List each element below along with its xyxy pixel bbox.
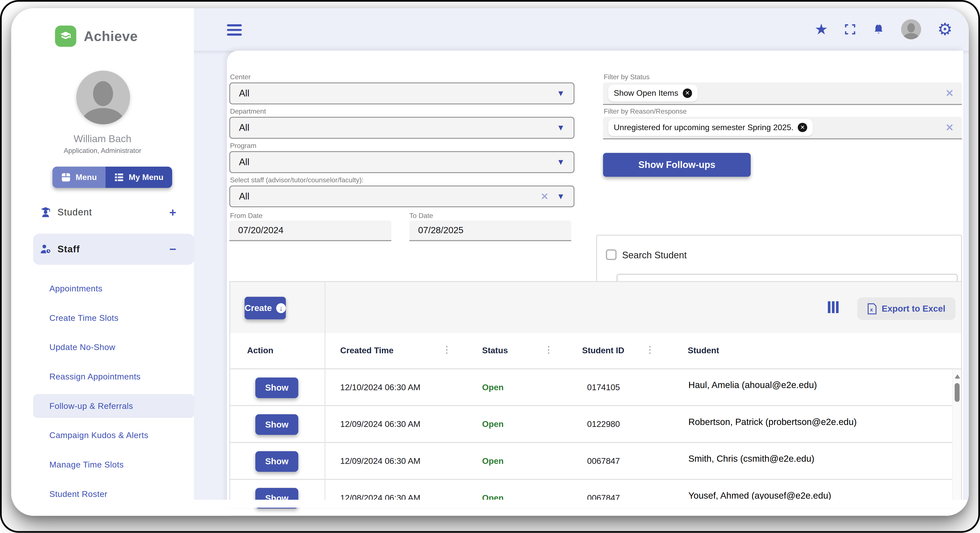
my-menu-button[interactable]: My Menu [105,167,172,188]
user-avatar[interactable] [901,19,921,39]
program-value: All [239,157,249,167]
my-menu-button-label: My Menu [129,173,164,182]
brand-logo: Achieve [55,25,138,47]
column-header-student-id[interactable]: Student ID [582,346,624,355]
table-row: Show 12/10/2024 06:30 AM Open 0174105 Ha… [230,370,952,406]
column-header-student[interactable]: Student [688,346,719,355]
department-select[interactable]: All ▼ [229,117,574,139]
student-id-cell: 0122980 [587,419,620,429]
from-date-value: 07/20/2024 [238,225,283,235]
chevron-down-icon: ▼ [557,157,565,167]
sidebar-subitem[interactable]: Create Time Slots [33,306,194,330]
chevron-down-icon: ▼ [557,89,565,98]
program-select[interactable]: All ▼ [229,151,574,173]
column-menu-icon[interactable]: ⋮ [442,344,452,355]
to-date-value: 07/28/2025 [418,225,464,235]
column-chooser-icon[interactable] [828,301,838,313]
chip-remove-icon[interactable]: ✕ [683,89,692,98]
staff-icon [39,243,52,256]
show-button[interactable]: Show [255,414,299,435]
create-button[interactable]: Create ↓ [245,297,286,319]
sidebar-item-staff[interactable]: Staff − [11,238,194,260]
arrow-down-circle-icon: ↓ [276,303,286,313]
sidebar-subitem[interactable]: Student Roster [33,482,194,506]
menu-button[interactable]: Menu [52,167,105,188]
screen: Achieve William Bach Application, Admini… [0,0,980,533]
department-value: All [239,122,249,133]
search-student-checkbox[interactable] [606,249,616,260]
filter-reason-field[interactable]: Unregistered for upcoming semester Sprin… [603,117,962,140]
show-followups-button[interactable]: Show Follow-ups [603,153,751,177]
student-cell: Haul, Amelia (ahoual@e2e.edu) [688,380,817,390]
list-icon [115,173,124,182]
export-button-label: Export to Excel [882,304,945,314]
window-grid-icon [61,173,71,182]
sidebar-subitem[interactable]: Campaign Kudos & Alerts [33,424,194,447]
chip-remove-icon[interactable]: ✕ [798,123,807,132]
main-area: ★ ⚙ Center All ▼ [194,8,969,508]
filter-status-label: Filter by Status [604,73,649,81]
chevron-down-icon: ▼ [557,123,565,132]
sidebar-subitem[interactable]: Update No-Show [33,335,194,359]
center-select[interactable]: All ▼ [229,82,574,105]
menu-toggle-group: Menu My Menu [52,167,172,188]
scrollbar-thumb[interactable] [955,383,959,402]
to-date-label: To Date [409,212,433,220]
show-button[interactable]: Show [255,378,299,398]
student-cell: Yousef, Ahmed (ayousef@e2e.edu) [688,490,831,501]
svg-text:x: x [870,307,873,312]
content-panel: Center All ▼ Department All ▼ Program Al… [227,51,963,508]
card-bottom-margin [194,500,969,508]
favorite-star-icon[interactable]: ★ [815,22,828,37]
sidebar-subitem[interactable]: Manage Time Slots [33,453,194,476]
sidebar-subitem[interactable]: Follow-up & Referrals [33,394,194,418]
select-staff-label: Select staff (advisor/tutor/counselor/fa… [230,176,364,184]
from-date-input[interactable]: 07/20/2024 [229,220,391,241]
from-date-label: From Date [230,212,262,220]
staff-select[interactable]: All ✕ ▼ [229,186,574,208]
table-header: Action Created Time ⋮ Status ⋮ Student I… [230,333,961,370]
hamburger-menu-icon[interactable] [227,24,242,38]
clear-x-icon[interactable]: ✕ [541,191,549,202]
sidebar-item-student[interactable]: Student + [11,201,194,224]
table-row: Show 12/08/2024 06:30 AM Open 0067847 Yo… [230,480,952,516]
column-header-created-time[interactable]: Created Time [340,346,393,355]
student-id-cell: 0067847 [587,456,620,466]
menu-button-label: Menu [76,173,97,182]
program-label: Program [230,142,256,150]
student-cell: Robertson, Patrick (probertson@e2e.edu) [688,417,857,427]
scroll-up-arrow-icon[interactable] [955,374,960,379]
show-button[interactable]: Show [255,451,299,472]
staff-value: All [239,191,249,201]
expand-plus-icon[interactable]: + [169,206,176,219]
column-menu-icon[interactable]: ⋮ [544,344,554,355]
created-time-cell: 12/10/2024 06:30 AM [340,382,420,392]
student-icon [39,206,52,219]
export-to-excel-button[interactable]: x Export to Excel [857,297,956,320]
column-header-action[interactable]: Action [247,346,274,355]
settings-gear-icon[interactable]: ⚙ [937,21,953,38]
reason-chip: Unregistered for upcoming semester Sprin… [608,119,813,136]
status-cell: Open [482,382,504,392]
column-header-status[interactable]: Status [482,346,508,355]
search-student-checkbox-label: Search Student [622,250,687,260]
filter-status-field[interactable]: Show Open Items ✕ ✕ [603,82,962,105]
filter-reason-label: Filter by Reason/Response [604,107,687,115]
to-date-input[interactable]: 07/28/2025 [409,220,571,241]
sidebar-subitem[interactable]: Reassign Appointments [33,365,194,389]
sidebar-subitem[interactable]: Appointments [33,277,194,300]
excel-file-icon: x [867,303,877,314]
achieve-logo-icon [55,25,76,47]
table-scrollbar[interactable] [952,370,961,506]
column-menu-icon[interactable]: ⋮ [645,344,655,355]
chevron-down-icon: ▼ [557,192,565,201]
center-label: Center [230,73,251,81]
profile-role: Application, Administrator [11,147,194,155]
fullscreen-icon[interactable] [844,24,856,35]
clear-x-icon[interactable]: ✕ [945,122,954,133]
table-toolbar: Create ↓ x Export to Excel [230,282,961,333]
collapse-minus-icon[interactable]: − [169,242,176,256]
clear-x-icon[interactable]: ✕ [945,87,954,99]
student-cell: Smith, Chris (csmith@e2e.edu) [688,454,814,464]
notifications-bell-icon[interactable] [872,23,885,36]
